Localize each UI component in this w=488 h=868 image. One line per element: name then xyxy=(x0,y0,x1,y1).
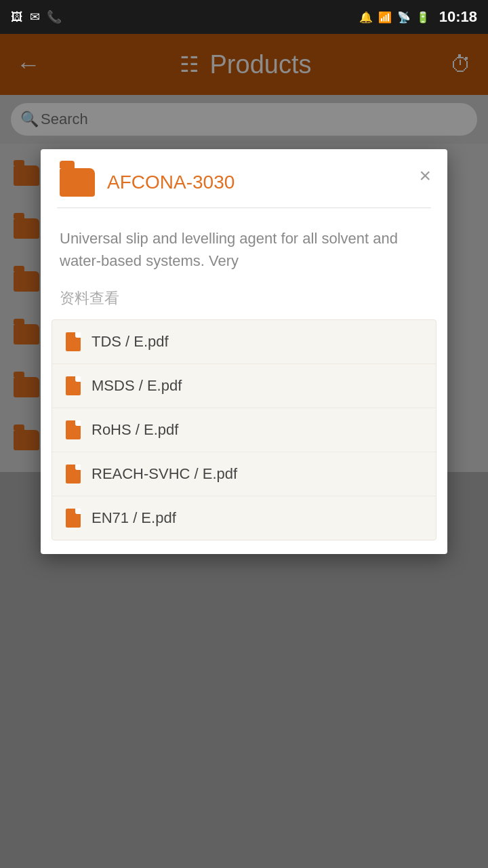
file-item-tds[interactable]: TDS / E.pdf xyxy=(52,320,436,364)
file-name-rohs: RoHS / E.pdf xyxy=(92,421,178,439)
modal-product-name: AFCONA-3030 xyxy=(107,172,428,193)
file-icon-msds xyxy=(66,376,81,395)
file-name-en71: EN71 / E.pdf xyxy=(92,509,176,527)
phone-icon: 📞 xyxy=(47,9,62,24)
file-icon-reach xyxy=(66,465,81,484)
status-bar-left: 🖼 ✉ 📞 xyxy=(11,9,62,24)
modal-close-button[interactable]: × xyxy=(419,165,431,186)
modal-header: AFCONA-3030 × xyxy=(41,149,447,208)
file-item-rohs[interactable]: RoHS / E.pdf xyxy=(52,408,436,452)
file-name-msds: MSDS / E.pdf xyxy=(92,377,182,395)
signal-icon: 📡 xyxy=(397,11,411,24)
modal-section-label: 资料查看 xyxy=(41,283,447,317)
email-icon: ✉ xyxy=(30,9,40,24)
battery-icon: 🔋 xyxy=(416,11,430,24)
file-icon-en71 xyxy=(66,509,81,528)
status-bar: 🖼 ✉ 📞 🔔 📶 📡 🔋 10:18 xyxy=(0,0,488,34)
status-time: 10:18 xyxy=(439,8,477,26)
file-icon-rohs xyxy=(66,420,81,439)
modal-files-list: TDS / E.pdf MSDS / E.pdf RoHS / E.pdf RE… xyxy=(52,319,436,540)
file-name-reach: REACH-SVHC / E.pdf xyxy=(92,465,237,483)
file-item-en71[interactable]: EN71 / E.pdf xyxy=(52,496,436,540)
file-item-msds[interactable]: MSDS / E.pdf xyxy=(52,364,436,408)
file-name-tds: TDS / E.pdf xyxy=(92,333,169,351)
image-icon: 🖼 xyxy=(11,10,23,24)
modal-folder-icon xyxy=(60,168,95,197)
wifi-icon: 📶 xyxy=(378,11,392,24)
modal-description: Universal slip and levelling agent for a… xyxy=(41,208,447,283)
product-modal: AFCONA-3030 × Universal slip and levelli… xyxy=(41,149,447,554)
file-icon-tds xyxy=(66,332,81,351)
file-item-reach[interactable]: REACH-SVHC / E.pdf xyxy=(52,452,436,496)
volume-icon: 🔔 xyxy=(359,11,373,24)
status-bar-right: 🔔 📶 📡 🔋 10:18 xyxy=(359,8,477,26)
